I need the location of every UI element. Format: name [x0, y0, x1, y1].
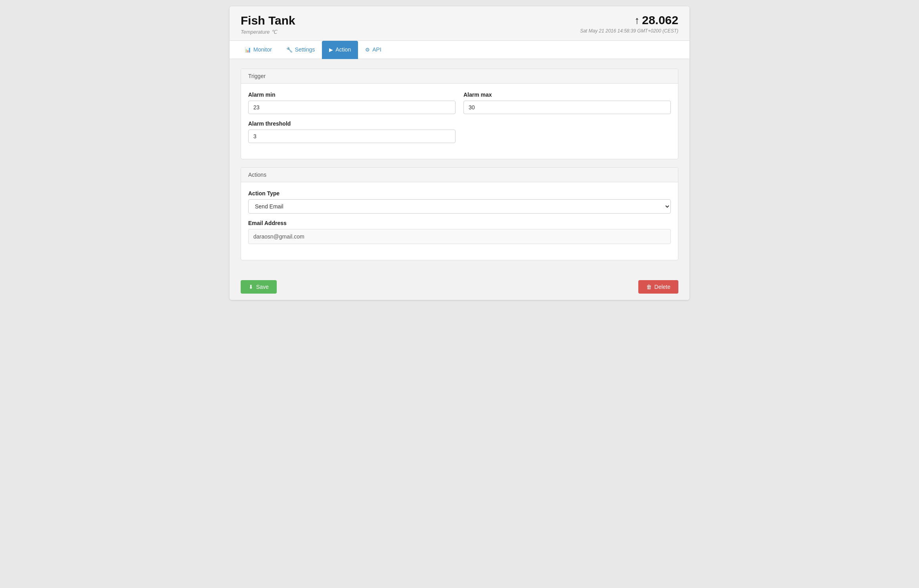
- tab-monitor[interactable]: 📊 Monitor: [237, 41, 279, 59]
- trigger-section-body: Alarm min Alarm max Alarm threshold: [241, 84, 678, 159]
- action-type-group: Action Type Send Email Send SMS Webhook: [248, 190, 671, 214]
- page-title: Fish Tank: [241, 13, 295, 28]
- value-number: 28.062: [642, 13, 678, 27]
- alarm-threshold-group: Alarm threshold: [248, 120, 456, 143]
- alarm-threshold-label: Alarm threshold: [248, 120, 456, 127]
- alarm-min-group: Alarm min: [248, 92, 456, 114]
- action-type-select[interactable]: Send Email Send SMS Webhook: [248, 199, 671, 214]
- action-type-label: Action Type: [248, 190, 671, 197]
- action-icon: ▶: [329, 47, 333, 53]
- app-container: Fish Tank Temperature ℃ ↑ 28.062 Sat May…: [230, 6, 689, 300]
- tab-settings[interactable]: 🔧 Settings: [279, 41, 322, 59]
- timestamp: Sat May 21 2016 14:58:39 GMT+0200 (CEST): [580, 28, 678, 34]
- header-left: Fish Tank Temperature ℃: [241, 13, 295, 35]
- alarm-threshold-row: Alarm threshold: [248, 120, 671, 143]
- alarm-max-group: Alarm max: [463, 92, 671, 114]
- alarm-min-input[interactable]: [248, 101, 456, 114]
- nav-tabs: 📊 Monitor 🔧 Settings ▶ Action ⚙ API: [230, 41, 689, 59]
- trigger-section-header: Trigger: [241, 69, 678, 84]
- header-right: ↑ 28.062 Sat May 21 2016 14:58:39 GMT+02…: [580, 13, 678, 34]
- tab-settings-label: Settings: [295, 46, 315, 53]
- header-subtitle: Temperature ℃: [241, 29, 295, 35]
- delete-icon: 🗑: [646, 284, 652, 290]
- alarm-max-label: Alarm max: [463, 92, 671, 98]
- alarm-max-input[interactable]: [463, 101, 671, 114]
- email-address-group: Email Address daraosn@gmail.com: [248, 220, 671, 244]
- save-icon: ⬇: [249, 284, 253, 290]
- save-label: Save: [256, 284, 269, 290]
- actions-section-body: Action Type Send Email Send SMS Webhook …: [241, 182, 678, 260]
- actions-section: Actions Action Type Send Email Send SMS …: [241, 167, 678, 260]
- email-address-row: Email Address daraosn@gmail.com: [248, 220, 671, 244]
- email-address-display: daraosn@gmail.com: [248, 229, 671, 244]
- main-content: Trigger Alarm min Alarm max Alarm thresh…: [230, 59, 689, 300]
- header: Fish Tank Temperature ℃ ↑ 28.062 Sat May…: [230, 6, 689, 41]
- action-type-row: Action Type Send Email Send SMS Webhook: [248, 190, 671, 214]
- actions-section-header: Actions: [241, 168, 678, 182]
- tab-api[interactable]: ⚙ API: [358, 41, 389, 59]
- api-icon: ⚙: [365, 47, 370, 53]
- tab-action-label: Action: [335, 46, 351, 53]
- trigger-section: Trigger Alarm min Alarm max Alarm thresh…: [241, 69, 678, 159]
- settings-icon: 🔧: [286, 47, 293, 53]
- current-value: ↑ 28.062: [580, 13, 678, 27]
- monitor-icon: 📊: [245, 47, 251, 53]
- tab-action[interactable]: ▶ Action: [322, 41, 358, 59]
- delete-button[interactable]: 🗑 Delete: [638, 280, 678, 294]
- delete-label: Delete: [655, 284, 670, 290]
- alarm-threshold-input[interactable]: [248, 130, 456, 143]
- alarm-min-max-row: Alarm min Alarm max: [248, 92, 671, 114]
- arrow-up-icon: ↑: [634, 14, 639, 27]
- tab-monitor-label: Monitor: [253, 46, 272, 53]
- tab-api-label: API: [372, 46, 381, 53]
- email-address-label: Email Address: [248, 220, 671, 226]
- footer-buttons: ⬇ Save 🗑 Delete: [230, 274, 689, 300]
- save-button[interactable]: ⬇ Save: [241, 280, 277, 294]
- alarm-min-label: Alarm min: [248, 92, 456, 98]
